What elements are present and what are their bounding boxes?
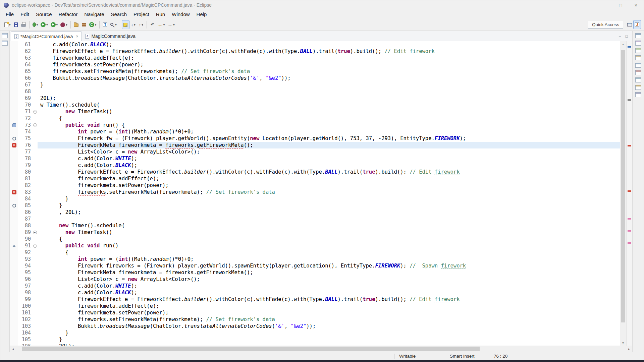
fold-toggle-icon[interactable]: − [33, 231, 37, 234]
minimize-button[interactable]: – [597, 0, 613, 10]
horizontal-scroll-track[interactable] [16, 346, 626, 352]
marker-ruler-cell[interactable] [10, 329, 18, 336]
scroll-right-arrow-icon[interactable]: ▸ [626, 346, 632, 352]
marker-ruler-cell[interactable] [10, 276, 18, 283]
next-annotation-button[interactable]: ↓▾ [129, 20, 137, 29]
fold-toggle-icon[interactable]: − [33, 110, 37, 114]
code-text[interactable]: Bukkit.broadcastMessage(ChatColor.transl… [38, 75, 620, 81]
scroll-down-arrow-icon[interactable]: ▾ [620, 340, 626, 346]
menu-item-search[interactable]: Search [107, 10, 130, 18]
code-text[interactable]: int power = (int)(Math.random()*0)+0; [38, 256, 620, 262]
code-text[interactable]: new TimerTask() [38, 229, 620, 236]
menu-item-file[interactable]: File [2, 10, 17, 18]
code-text[interactable]: } [38, 81, 620, 88]
code-text[interactable]: int power = (int)(Math.random()*0)+0; [38, 128, 620, 135]
marker-ruler-cell[interactable]: × [10, 189, 18, 195]
dropdown-caret-icon[interactable]: ▾ [95, 23, 97, 26]
overview-marker[interactable] [628, 230, 631, 232]
code-text[interactable]: 20L); [38, 95, 620, 102]
code-text[interactable]: } [38, 329, 620, 336]
marker-ruler-cell[interactable] [10, 289, 18, 296]
code-text[interactable]: fireworks.setFireworkMeta(fireworkmeta);… [38, 189, 620, 195]
code-text[interactable]: Firework fw = (Firework) player.getWorld… [38, 135, 620, 142]
menu-item-run[interactable]: Run [153, 10, 169, 18]
dropdown-caret-icon[interactable]: ▾ [9, 23, 11, 26]
marker-ruler-cell[interactable] [10, 88, 18, 95]
code-text[interactable]: c.add(Color.WHITE); [38, 283, 620, 289]
maximize-button[interactable]: □ [613, 0, 628, 10]
open-type-button[interactable]: T [101, 20, 109, 29]
marker-ruler-cell[interactable] [10, 81, 18, 88]
marker-ruler-cell[interactable] [10, 175, 18, 182]
code-text[interactable]: c.add(Color.WHITE); [38, 155, 620, 162]
task-list-view-icon[interactable] [635, 63, 641, 68]
marker-ruler-cell[interactable] [10, 249, 18, 256]
code-text[interactable]: 20L); [38, 343, 620, 346]
java-perspective-button[interactable]: J [633, 20, 641, 29]
marker-ruler-cell[interactable] [10, 216, 18, 222]
marker-ruler-cell[interactable] [10, 303, 18, 309]
marker-ruler-cell[interactable] [10, 316, 18, 323]
forward-button[interactable]: →▾ [166, 20, 176, 29]
code-text[interactable]: FireworkEffect e = FireworkEffect.builde… [38, 296, 620, 303]
marker-ruler-cell[interactable] [10, 202, 18, 209]
code-text[interactable]: fireworkmeta.setPower(power); [38, 309, 620, 316]
code-text[interactable]: fireworkmeta.setPower(power); [38, 182, 620, 189]
code-text[interactable]: fireworks.setFireworkMeta(fireworkmeta);… [38, 68, 620, 75]
fold-toggle-icon[interactable]: − [33, 123, 37, 127]
close-button[interactable]: × [628, 0, 644, 10]
marker-ruler-cell[interactable] [10, 75, 18, 81]
code-text[interactable]: { [38, 115, 620, 122]
new-class-button[interactable]: C▾ [88, 20, 98, 29]
overview-marker[interactable] [628, 46, 631, 48]
code-text[interactable]: new Timer().schedule( [38, 222, 620, 229]
menu-item-edit[interactable]: Edit [17, 10, 33, 18]
code-text[interactable]: fireworkmeta.setPower(power); [38, 61, 620, 68]
marker-ruler-cell[interactable] [10, 169, 18, 175]
info-marker-icon[interactable] [12, 123, 16, 127]
code-editor[interactable]: 61 c.add(Color.BLACK);62 FireworkEffect … [10, 41, 620, 346]
overview-ruler[interactable] [626, 41, 632, 346]
last-edit-location-button[interactable]: ↶ [149, 20, 156, 29]
marker-ruler-cell[interactable] [10, 209, 18, 216]
code-text[interactable]: c.add(Color.BLACK); [38, 289, 620, 296]
outline-view-icon[interactable] [635, 55, 641, 60]
type-hierarchy-view-icon[interactable] [635, 48, 641, 53]
arrow-marker-icon[interactable] [12, 245, 16, 247]
marker-ruler-cell[interactable] [10, 102, 18, 108]
problems-view-icon[interactable] [635, 70, 641, 75]
run-button[interactable]: ▾ [39, 20, 49, 29]
ring-marker-icon[interactable] [12, 137, 16, 140]
code-text[interactable]: fireworkmeta.addEffect(e); [38, 55, 620, 61]
run-last-launched-button[interactable]: ▾ [49, 20, 59, 29]
error-marker-icon[interactable]: × [12, 143, 16, 147]
overview-marker[interactable] [628, 99, 631, 101]
code-text[interactable]: public void run() [38, 242, 620, 249]
marker-ruler-cell[interactable] [10, 48, 18, 55]
marker-ruler-cell[interactable] [10, 61, 18, 68]
editor-tab[interactable]: J*MagicCPCommand.java× [11, 32, 82, 41]
package-explorer-view-icon[interactable] [635, 41, 641, 46]
dropdown-caret-icon[interactable]: ▾ [37, 23, 38, 26]
open-perspective-button[interactable] [626, 20, 633, 29]
code-text[interactable]: new TimerTask() [38, 108, 620, 115]
coverage-button[interactable]: ▾ [59, 20, 69, 29]
code-text[interactable]: } [38, 195, 620, 202]
code-text[interactable]: c.add(Color.BLACK); [38, 162, 620, 169]
code-text[interactable]: FireworkMeta fireworkmeta = fireworks.ge… [38, 142, 620, 148]
marker-ruler-cell[interactable] [10, 41, 18, 48]
minimized-view-1-icon[interactable] [2, 33, 8, 38]
declaration-view-icon[interactable] [635, 85, 641, 90]
menu-item-help[interactable]: Help [193, 10, 210, 18]
code-text[interactable]: FireworkEffect e = FireworkEffect.builde… [38, 48, 620, 55]
tab-close-icon[interactable]: × [76, 34, 78, 39]
marker-ruler-cell[interactable] [10, 296, 18, 303]
dropdown-caret-icon[interactable]: ▾ [115, 23, 117, 26]
dropdown-caret-icon[interactable]: ▾ [46, 23, 48, 26]
marker-ruler-cell[interactable] [10, 128, 18, 135]
ring-marker-icon[interactable] [12, 204, 16, 207]
code-text[interactable]: FireworkMeta fireworkmeta = fireworks.ge… [38, 269, 620, 276]
quick-access-box[interactable]: Quick Access [588, 21, 623, 28]
dropdown-caret-icon[interactable]: ▾ [163, 23, 165, 26]
marker-ruler-cell[interactable] [10, 269, 18, 276]
